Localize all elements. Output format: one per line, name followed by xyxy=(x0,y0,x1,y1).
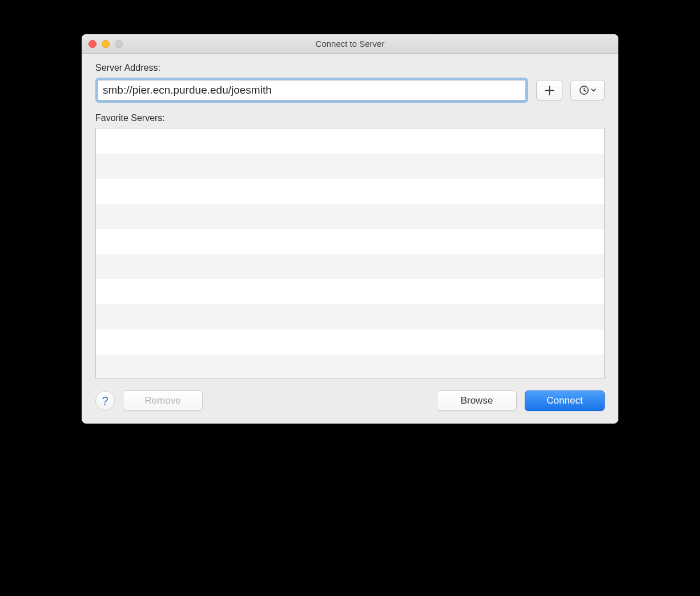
favorite-servers-list[interactable] xyxy=(95,128,605,379)
list-item xyxy=(96,279,604,304)
browse-button[interactable]: Browse xyxy=(437,390,517,411)
help-button[interactable]: ? xyxy=(95,391,115,410)
list-item xyxy=(96,329,604,355)
zoom-icon xyxy=(115,40,123,48)
list-item xyxy=(96,154,604,179)
list-item xyxy=(96,128,604,154)
remove-button-label: Remove xyxy=(144,395,180,406)
address-focus-ring xyxy=(95,78,528,103)
browse-button-label: Browse xyxy=(461,395,493,406)
minimize-icon[interactable] xyxy=(102,40,110,48)
list-item xyxy=(96,229,604,254)
remove-button: Remove xyxy=(123,390,203,411)
window-content: Server Address: Favorite Servers: xyxy=(82,54,618,424)
titlebar: Connect to Server xyxy=(82,34,618,54)
address-row xyxy=(95,78,605,103)
history-button[interactable] xyxy=(570,80,605,100)
server-address-label: Server Address: xyxy=(95,63,605,73)
help-icon: ? xyxy=(102,394,108,408)
close-icon[interactable] xyxy=(88,40,96,48)
connect-button[interactable]: Connect xyxy=(525,390,605,411)
list-item xyxy=(96,204,604,229)
list-item xyxy=(96,304,604,329)
window-title: Connect to Server xyxy=(82,39,618,49)
traffic-lights xyxy=(82,40,123,48)
footer: ? Remove Browse Connect xyxy=(95,390,605,411)
server-address-input[interactable] xyxy=(98,80,526,100)
connect-to-server-window: Connect to Server Server Address: Favori… xyxy=(82,34,618,424)
list-item xyxy=(96,254,604,279)
list-item xyxy=(96,179,604,204)
add-favorite-button[interactable] xyxy=(536,80,562,100)
chevron-down-icon xyxy=(591,88,596,92)
favorite-servers-label: Favorite Servers: xyxy=(95,113,605,123)
list-item xyxy=(96,355,604,379)
connect-button-label: Connect xyxy=(546,395,582,406)
plus-icon xyxy=(545,86,554,95)
clock-icon xyxy=(579,85,596,95)
